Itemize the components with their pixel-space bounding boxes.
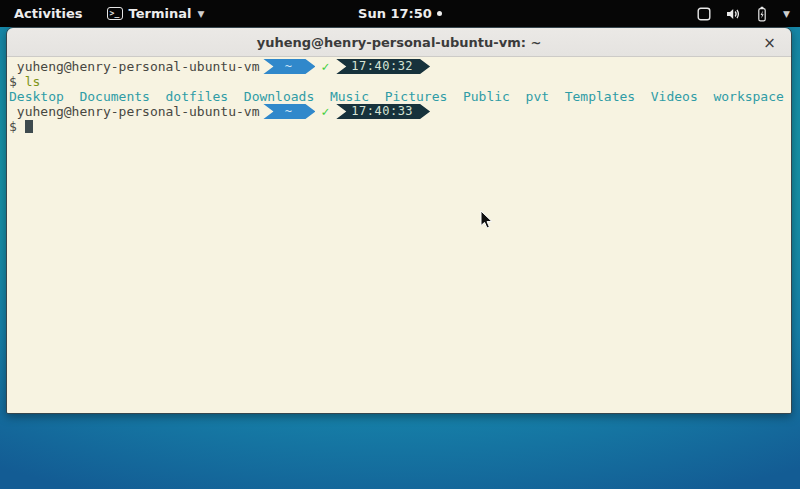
clock-button[interactable]: Sun 17:50 [358,6,442,21]
app-menu-terminal[interactable]: >_ Terminal ▼ [97,0,215,27]
directory-list: Desktop Documents dotfiles Downloads Mus… [9,89,784,104]
prompt-user-host: yuheng@henry-personal-ubuntu-vm [9,104,259,119]
desktop: { "topbar": { "activities_label": "Activ… [0,0,800,489]
gnome-top-bar: Activities >_ Terminal ▼ Sun 17:50 [0,0,800,27]
prompt-line: yuheng@henry-personal-ubuntu-vm ~ ✓ 17:4… [9,104,789,119]
top-bar-left: Activities >_ Terminal ▼ [0,0,214,27]
chevron-down-icon: ▼ [197,9,204,19]
text-cursor [25,120,33,133]
prompt-status-check-icon: ✓ [321,59,329,74]
input-line[interactable]: $ [9,119,789,134]
chevron-down-icon: ▼ [783,9,790,19]
prompt-time-segment: 17:40:33 [336,104,430,119]
battery-charging-icon [754,6,770,22]
terminal-content[interactable]: yuheng@henry-personal-ubuntu-vm ~ ✓ 17:4… [7,57,791,413]
terminal-app-icon: >_ [107,7,123,20]
activities-button[interactable]: Activities [0,0,97,27]
app-menu-label: Terminal [129,6,192,21]
window-title: yuheng@henry-personal-ubuntu-vm: ~ [257,35,542,50]
screen-share-icon [696,6,712,22]
command-line: $ ls [9,74,789,89]
prompt-time-segment: 17:40:32 [336,59,430,74]
clock-label: Sun 17:50 [358,6,432,21]
window-titlebar[interactable]: yuheng@henry-personal-ubuntu-vm: ~ × [7,28,791,57]
prompt-user-host: yuheng@henry-personal-ubuntu-vm [9,59,259,74]
system-status-area[interactable]: ▼ [696,0,800,27]
prompt-cwd-segment: ~ [263,59,315,74]
close-button[interactable]: × [760,33,779,52]
ls-output-line: Desktop Documents dotfiles Downloads Mus… [9,89,789,104]
typed-command: ls [25,74,41,89]
notification-dot [437,11,442,16]
prompt-status-check-icon: ✓ [321,104,329,119]
prompt-line: yuheng@henry-personal-ubuntu-vm ~ ✓ 17:4… [9,59,789,74]
prompt-sign: $ [9,119,17,134]
prompt-sign: $ [9,74,17,89]
volume-icon [725,6,741,22]
prompt-cwd-segment: ~ [263,104,315,119]
terminal-window: yuheng@henry-personal-ubuntu-vm: ~ × yuh… [6,27,792,414]
spacer [17,74,25,89]
